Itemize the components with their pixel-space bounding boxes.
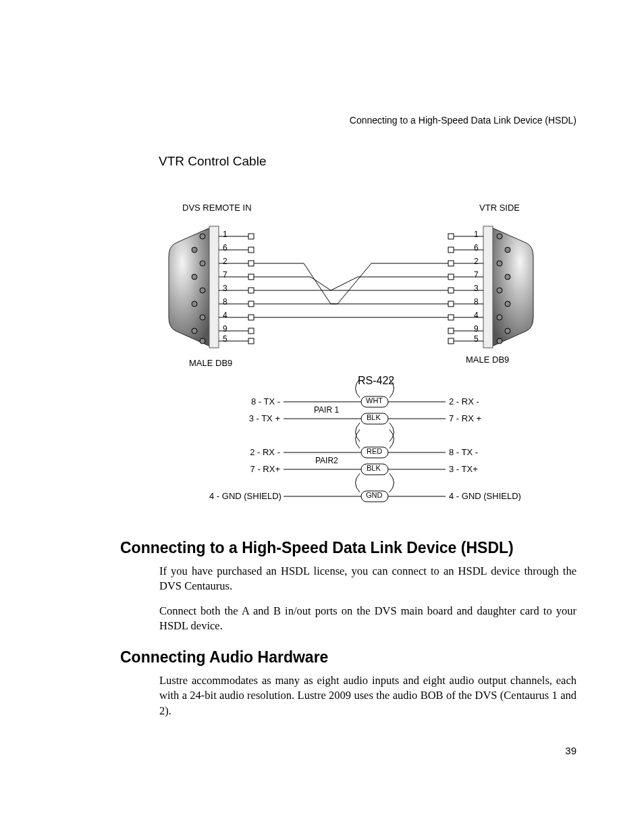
pin-left-4: 4: [223, 311, 227, 320]
svg-point-9: [192, 328, 197, 334]
pin-left-3: 3: [223, 284, 227, 293]
svg-rect-45: [448, 274, 454, 280]
svg-rect-31: [248, 301, 254, 307]
svg-point-3: [192, 247, 197, 253]
pin-right-5: 5: [474, 334, 479, 344]
pin-right-4: 4: [474, 311, 479, 320]
svg-rect-23: [248, 247, 254, 253]
pin-right-3: 3: [474, 284, 479, 293]
svg-rect-0: [209, 226, 219, 348]
gnd-left: 4 - GND (SHIELD): [209, 491, 281, 501]
svg-rect-55: [448, 338, 454, 344]
gnd-right: 4 - GND (SHIELD): [449, 491, 521, 501]
svg-point-13: [497, 261, 502, 266]
pair2-wire-b: BLK: [367, 464, 381, 472]
pair1-left-b: 3 - TX +: [244, 413, 280, 423]
svg-point-15: [497, 288, 502, 293]
svg-rect-27: [248, 274, 254, 280]
pair2-left-a: 2 - RX -: [246, 447, 280, 457]
svg-point-19: [497, 338, 502, 344]
gnd-wire: GND: [366, 491, 382, 499]
wiring-diagram: DVS REMOTE IN VTR SIDE: [162, 203, 540, 527]
pin-right-8: 8: [474, 297, 479, 307]
running-head: Connecting to a High-Speed Data Link Dev…: [350, 115, 576, 126]
svg-point-10: [200, 338, 205, 344]
figure-caption: VTR Control Cable: [159, 154, 266, 169]
pair2-right-b: 3 - TX+: [449, 464, 478, 474]
pin-left-7: 7: [223, 270, 227, 280]
svg-rect-33: [248, 315, 254, 320]
pin-left-8: 8: [223, 297, 227, 307]
pair1-right-b: 7 - RX +: [449, 413, 481, 423]
section-audio-p1: Lustre accommodates as many as eight aud…: [159, 673, 576, 719]
pair1-right-a: 2 - RX -: [449, 396, 479, 407]
pin-left-6: 6: [223, 243, 227, 253]
svg-point-5: [192, 274, 197, 280]
pin-left-5: 5: [223, 334, 227, 344]
svg-rect-47: [448, 288, 454, 293]
pin-right-7: 7: [474, 270, 479, 280]
svg-rect-53: [448, 328, 454, 334]
protocol-label: RS-422: [358, 375, 394, 387]
svg-rect-35: [248, 328, 254, 334]
svg-point-6: [200, 288, 205, 293]
section-hsdl-title: Connecting to a High-Speed Data Link Dev…: [120, 539, 576, 557]
svg-point-16: [505, 301, 510, 307]
pair1-label: PAIR 1: [314, 405, 339, 415]
svg-rect-21: [248, 234, 254, 239]
svg-point-17: [497, 315, 502, 320]
svg-rect-43: [448, 261, 454, 266]
svg-rect-39: [448, 234, 454, 239]
section-audio: Connecting Audio Hardware Lustre accommo…: [120, 648, 576, 728]
svg-point-7: [192, 301, 197, 307]
section-audio-title: Connecting Audio Hardware: [120, 648, 576, 667]
page-number: 39: [565, 745, 576, 756]
pin-right-6: 6: [474, 243, 479, 253]
svg-rect-37: [248, 338, 254, 344]
pin-left-2: 2: [223, 257, 227, 266]
page: Connecting to a High-Speed Data Link Dev…: [0, 0, 644, 834]
svg-rect-29: [248, 288, 254, 293]
pair2-right-a: 8 - TX -: [449, 447, 478, 457]
pin-right-1: 1: [474, 230, 479, 239]
svg-rect-1: [483, 226, 493, 348]
pair2-wire-a: RED: [367, 447, 382, 455]
svg-point-14: [505, 274, 510, 280]
pin-left-1: 1: [223, 230, 227, 239]
right-connector-type: MALE DB9: [466, 355, 509, 365]
pair1-wire-a: WHT: [366, 396, 383, 405]
pair2-label: PAIR2: [315, 456, 338, 465]
pin-left-9: 9: [223, 324, 227, 334]
svg-point-18: [505, 328, 510, 334]
pin-right-2: 2: [474, 257, 479, 266]
pair2-left-b: 7 - RX+: [248, 464, 280, 474]
svg-point-11: [497, 234, 502, 239]
section-hsdl-p1: If you have purchased an HSDL license, y…: [159, 564, 576, 594]
svg-rect-49: [448, 301, 454, 307]
svg-rect-41: [448, 247, 454, 253]
section-hsdl: Connecting to a High-Speed Data Link Dev…: [120, 539, 576, 643]
pair1-wire-b: BLK: [367, 413, 381, 421]
svg-point-2: [200, 234, 205, 239]
pin-right-9: 9: [474, 324, 479, 334]
pair1-left-a: 8 - TX -: [246, 396, 280, 407]
svg-point-4: [200, 261, 205, 266]
svg-rect-25: [248, 261, 254, 266]
svg-rect-51: [448, 315, 454, 320]
svg-point-8: [200, 315, 205, 320]
section-hsdl-p2: Connect both the A and B in/out ports on…: [159, 604, 576, 634]
left-connector-type: MALE DB9: [189, 358, 232, 368]
svg-point-12: [505, 247, 510, 253]
